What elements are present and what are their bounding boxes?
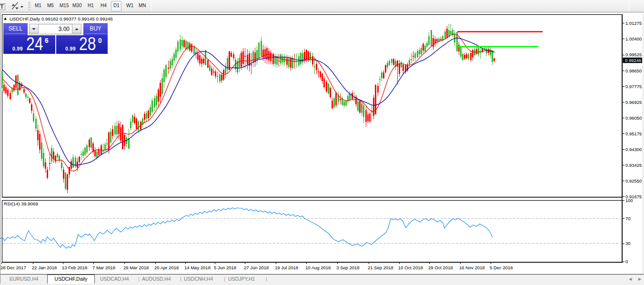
svg-text:16 Nov 2018: 16 Nov 2018 [459,265,485,270]
svg-text:0.99525: 0.99525 [625,52,642,57]
svg-text:5 Dec 2018: 5 Dec 2018 [490,265,513,270]
svg-text:0.99246: 0.99246 [625,58,641,63]
svg-text:14 May 2018: 14 May 2018 [184,265,211,270]
svg-text:22 Jan 2018: 22 Jan 2018 [32,265,57,270]
svg-text:10 Oct 2018: 10 Oct 2018 [398,265,423,270]
svg-text:10 Aug 2018: 10 Aug 2018 [305,265,331,270]
svg-text:100: 100 [625,198,633,203]
svg-text:0: 0 [625,259,628,264]
svg-text:USDCHF,Daily 0.99182 0.99377: USDCHF,Daily 0.99182 0.99377 0.99145 0.9… [10,16,113,21]
svg-text:RSI(14) 39.9069: RSI(14) 39.9069 [4,201,38,206]
svg-text:28 Dec 2017: 28 Dec 2017 [0,265,26,270]
svg-text:0.92550: 0.92550 [625,178,642,183]
svg-text:0.94300: 0.94300 [625,147,642,152]
svg-text:70: 70 [625,216,631,221]
svg-text:7 Mar 2018: 7 Mar 2018 [92,265,115,270]
svg-text:29 Oct 2018: 29 Oct 2018 [428,265,453,270]
svg-text:1.00400: 1.00400 [625,36,642,41]
svg-text:30: 30 [625,241,631,246]
svg-text:5 Jun 2018: 5 Jun 2018 [214,265,236,270]
svg-text:1.01275: 1.01275 [625,20,642,26]
svg-text:19 Jul 2018: 19 Jul 2018 [275,265,298,270]
svg-text:13 Feb 2018: 13 Feb 2018 [62,265,87,270]
svg-text:0.98650: 0.98650 [625,68,642,73]
svg-text:3 Sep 2018: 3 Sep 2018 [336,265,360,270]
svg-text:0.96050: 0.96050 [625,115,642,121]
svg-text:0.93425: 0.93425 [625,163,642,168]
svg-text:0.95175: 0.95175 [625,131,642,136]
svg-text:29 Mar 2018: 29 Mar 2018 [123,265,149,270]
svg-text:0.97775: 0.97775 [625,84,642,89]
svg-text:27 Jun 2018: 27 Jun 2018 [244,265,269,270]
svg-text:21 Sep 2018: 21 Sep 2018 [368,265,393,270]
svg-text:20 Apr 2018: 20 Apr 2018 [154,265,179,270]
svg-text:0.96925: 0.96925 [625,100,642,105]
